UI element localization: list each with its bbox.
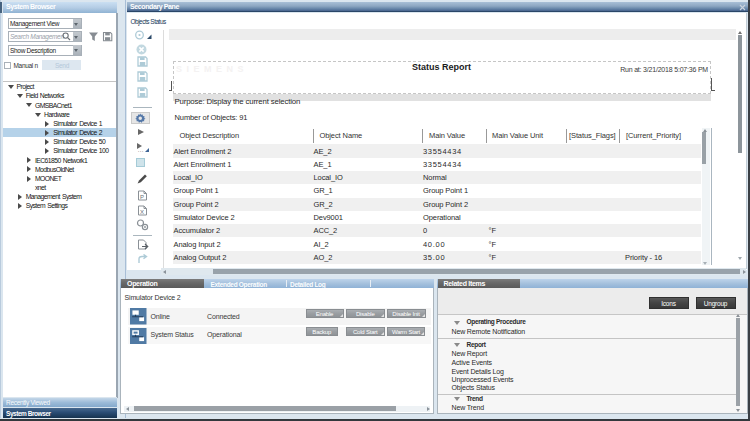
svg-text:X: X — [140, 208, 144, 214]
svg-text:P: P — [140, 193, 144, 199]
